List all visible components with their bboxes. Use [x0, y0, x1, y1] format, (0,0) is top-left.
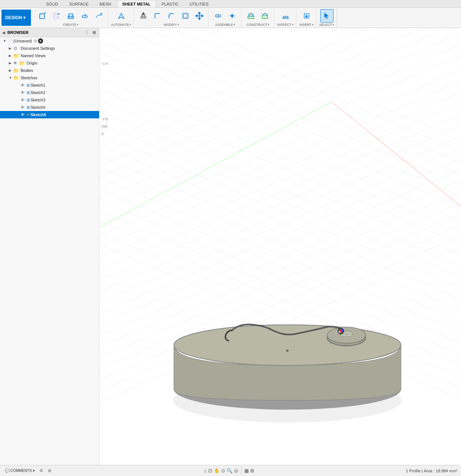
svg-point-8 — [82, 15, 88, 18]
sketch3-vis-icon[interactable]: 👁 — [21, 98, 27, 102]
grid-settings-icon[interactable]: ⊞ — [250, 468, 254, 473]
named-views-expand: ▶ — [9, 54, 13, 58]
modify-dropdown-arrow: ▾ — [178, 23, 179, 26]
bottom-expand-icon[interactable]: ⊞ — [46, 468, 52, 474]
tree-origin[interactable]: ▶ 👁 📁 Origin — [0, 59, 99, 67]
press-pull-button[interactable] — [137, 9, 150, 22]
insert-button[interactable] — [300, 9, 313, 22]
automate-button[interactable] — [115, 9, 128, 22]
fit-view-icon[interactable]: ⊡ — [208, 468, 212, 473]
tree-bodies[interactable]: ▶ 📁 Bodies — [0, 67, 99, 74]
extrude-button[interactable] — [64, 9, 77, 22]
revolve-button[interactable] — [78, 9, 91, 22]
origin-vis-icon[interactable]: 👁 — [13, 61, 19, 65]
tree-named-views[interactable]: ▶ 📁 Named Views — [0, 52, 99, 59]
automate-group: AUTOMATE ▾ — [109, 8, 134, 27]
tree-document-settings[interactable]: ▶ ⚙ Document Settings — [0, 45, 99, 52]
shell-button[interactable] — [179, 9, 192, 22]
inspect-label[interactable]: INSPECT ▾ — [277, 23, 294, 27]
zoom-window-icon[interactable]: 🔍 — [227, 468, 233, 473]
fillet-button[interactable] — [151, 9, 164, 22]
tab-bar: SOLID SURFACE MESH SHEET METAL PLASTIC U… — [0, 0, 461, 8]
construct-label[interactable]: CONSTRUCT ▾ — [247, 23, 270, 27]
tab-plastic[interactable]: PLASTIC — [156, 0, 184, 7]
measure-button[interactable] — [279, 9, 292, 22]
tree-sketch5[interactable]: 👁 ✏ Sketch5 — [0, 111, 99, 118]
select-button[interactable] — [320, 9, 333, 22]
sweep-button[interactable] — [92, 9, 105, 22]
svg-point-22 — [216, 14, 218, 17]
sketch5-vis-icon[interactable]: 👁 — [21, 112, 27, 117]
tab-surface[interactable]: SURFACE — [64, 0, 94, 7]
origin-expand: ▶ — [9, 61, 13, 65]
bottom-center: ⌂ ⊡ ✋ ⊙ 🔍 ◎ ▦ ⊞ — [204, 467, 254, 475]
create-label[interactable]: CREATE ▾ — [63, 23, 78, 27]
settings-cog-icon[interactable]: ⚙ — [34, 39, 37, 44]
assemble-label[interactable]: ASSEMBLE ▾ — [215, 23, 235, 27]
bottom-settings-icon[interactable]: ⚙ — [38, 468, 44, 474]
main-canvas: 275 -250 -5 — [99, 28, 461, 465]
look-at-icon[interactable]: ◎ — [234, 468, 238, 473]
root-expand[interactable]: ▼ — [3, 39, 7, 43]
chamfer-button[interactable] — [165, 9, 178, 22]
tree-sketch3[interactable]: 👁 ⊞ Sketch3 — [0, 96, 99, 104]
browser-collapse-icon[interactable]: ⊞ — [91, 29, 97, 35]
origin-label: Origin — [26, 61, 37, 65]
tree-sketch4[interactable]: 👁 ⊞ Sketch4 — [0, 104, 99, 111]
modify-group: MODIFY ▾ — [135, 8, 209, 27]
tree-sketch2[interactable]: 👁 ⊞ Sketch2 — [0, 89, 99, 96]
assemble-dropdown-arrow: ▾ — [234, 23, 235, 26]
select-dropdown-arrow: ▾ — [333, 23, 334, 26]
named-views-icon: 📁 — [13, 53, 20, 59]
move-copy-button[interactable] — [193, 9, 206, 22]
tab-solid[interactable]: SOLID — [41, 0, 64, 7]
home-view-icon[interactable]: ⌂ — [204, 468, 207, 473]
joint-button[interactable] — [212, 9, 225, 22]
automate-tools — [115, 9, 128, 23]
select-label[interactable]: SELECT ▾ — [319, 23, 334, 27]
sketch1-vis-icon[interactable]: 👁 — [21, 83, 27, 87]
tab-sheet-metal[interactable]: SHEET METAL — [117, 0, 156, 7]
design-button[interactable]: DESIGN ▾ — [1, 10, 31, 26]
svg-point-117 — [346, 333, 347, 335]
automate-dropdown-arrow: ▾ — [130, 23, 131, 26]
svg-rect-34 — [262, 15, 268, 18]
inspect-dropdown-arrow: ▾ — [292, 23, 294, 26]
construct-more-button[interactable] — [258, 9, 272, 22]
offset-plane-button[interactable] — [244, 9, 258, 22]
pan-icon[interactable]: ✋ — [214, 468, 220, 473]
tree-root[interactable]: ▼ 📄 (Unsaved) ⚙ ● — [0, 37, 99, 45]
unsaved-label: (Unsaved) — [13, 39, 32, 43]
orbit-icon[interactable]: ⊙ — [221, 468, 225, 473]
sketch3-icon: ⊞ — [27, 98, 30, 103]
sketch4-vis-icon[interactable]: 👁 — [21, 105, 27, 110]
svg-text:-5: -5 — [101, 132, 104, 136]
comments-button[interactable]: 💬 COMMENTS ▾ — [4, 468, 36, 473]
joint-origin-button[interactable] — [226, 9, 239, 22]
insert-label[interactable]: INSERT ▾ — [299, 23, 314, 27]
svg-marker-18 — [198, 12, 200, 14]
viewport[interactable]: TOP FRONT RIGHT X Y Z — [99, 28, 461, 465]
browser-settings-icon[interactable]: ⋮ — [84, 29, 90, 35]
browser-expand-arrow[interactable]: ◀ — [2, 31, 5, 35]
tree-sketch1[interactable]: 👁 ⊞ Sketch1 — [0, 81, 99, 89]
create-sketch-button[interactable] — [50, 9, 63, 22]
new-component-button[interactable] — [36, 9, 49, 22]
svg-rect-7 — [69, 14, 73, 17]
svg-rect-11 — [142, 14, 145, 17]
tab-utilities[interactable]: UTILITIES — [184, 0, 214, 7]
modify-label[interactable]: MODIFY ▾ — [164, 23, 179, 27]
inspect-group: INSPECT ▾ — [275, 8, 296, 27]
display-settings-icon[interactable]: ▦ — [244, 468, 249, 473]
sketch2-vis-icon[interactable]: 👁 — [21, 90, 27, 95]
assemble-group: ASSEMBLE ▾ — [209, 8, 241, 27]
automate-label[interactable]: AUTOMATE ▾ — [111, 23, 131, 27]
svg-point-121 — [338, 331, 340, 333]
tree-sketches[interactable]: ▼ 📁 Sketches — [0, 74, 99, 81]
svg-marker-21 — [202, 15, 203, 17]
sketch2-icon: ⊞ — [27, 90, 30, 95]
tab-mesh[interactable]: MESH — [94, 0, 117, 7]
insert-group: INSERT ▾ — [297, 8, 316, 27]
root-icon: 📄 — [7, 39, 13, 44]
svg-rect-9 — [101, 13, 102, 15]
